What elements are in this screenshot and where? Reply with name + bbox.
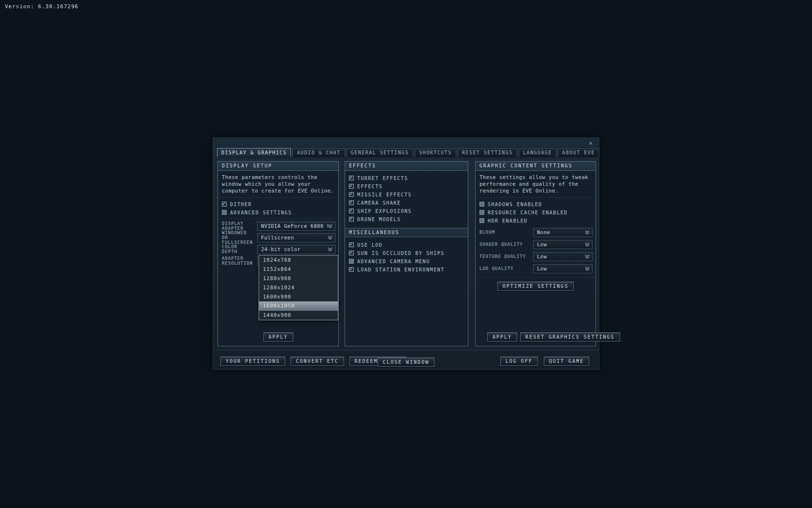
divider <box>218 219 338 219</box>
resolution-option[interactable]: 1280x1024 <box>259 283 338 292</box>
checkbox-hdr-enabled[interactable]: ✓ HDR ENABLED <box>479 217 595 224</box>
checkbox-resource-cache-enabled[interactable]: ✓ RESOURCE CACHE ENABLED <box>479 209 595 216</box>
checkbox-use-lod[interactable]: ✓ USE LOD <box>349 241 468 249</box>
shader-quality-label: SHADER QUALITY <box>479 242 533 247</box>
panel-title: EFFECTS <box>345 162 468 171</box>
graphic-content-description: These settings allow you to tweak perfor… <box>476 171 595 197</box>
checkbox-icon: ✓ <box>349 200 354 205</box>
checkbox-shadows-enabled[interactable]: ✓ SHADOWS ENABLED <box>479 200 595 208</box>
select-value: Low <box>537 266 585 271</box>
check-mark-icon: ✓ <box>349 241 352 247</box>
lod-quality-select[interactable]: Low <box>533 264 593 273</box>
checkbox-effects[interactable]: ✓ EFFECTS <box>349 182 468 190</box>
convert-etc-button[interactable]: CONVERT ETC <box>290 357 344 366</box>
checkbox-icon: ✓ <box>349 251 354 255</box>
checkbox-drone-models[interactable]: ✓ DRONE MODELS <box>349 215 468 223</box>
checkbox-label: SUN IS OCCLUDED BY SHIPS <box>357 251 445 256</box>
checkbox-label: LOAD STATION ENVIRONMENT <box>357 267 445 272</box>
windowed-fullscreen-select[interactable]: Fullscreen <box>257 233 335 242</box>
reset-graphics-settings-button[interactable]: RESET GRAPHICS SETTINGS <box>520 332 620 342</box>
resolution-option[interactable]: 1024x768 <box>259 255 338 265</box>
checkbox-label: SHADOWS ENABLED <box>488 202 542 207</box>
log-off-button[interactable]: LOG OFF <box>500 357 538 366</box>
checkbox-ship-explosions[interactable]: ✓ SHIP EXPLOSIONS <box>349 207 468 215</box>
chevron-double-down-icon <box>328 236 333 240</box>
resolution-option[interactable]: 1440x900 <box>259 311 338 320</box>
check-mark-icon: ✓ <box>349 175 352 180</box>
display-setup-description: These parameters controls the window whi… <box>218 171 338 197</box>
check-mark-icon: ✓ <box>349 191 352 196</box>
quit-game-button[interactable]: QUIT GAME <box>544 357 589 366</box>
panel-title: DISPLAY SETUP <box>218 162 338 171</box>
color-depth-label: COLOR DEPTH <box>222 244 257 254</box>
panel-title: GRAPHIC CONTENT SETTINGS <box>476 162 595 171</box>
divider <box>476 277 595 278</box>
display-adapter-label: DISPLAY ADAPTER <box>222 221 257 231</box>
check-mark-icon: ✓ <box>349 208 352 213</box>
footer: YOUR PETITIONS CONVERT ETC REDEEM ITEMS … <box>213 357 599 366</box>
settings-window: × DISPLAY & GRAPHICS AUDIO & CHAT GENERA… <box>213 137 599 370</box>
checkbox-icon: ✓ <box>479 202 484 207</box>
select-value: Low <box>537 254 585 259</box>
checkbox-advanced-camera-menu[interactable]: ✓ ADVANCED CAMERA MENU <box>349 257 468 265</box>
chevron-double-down-icon <box>328 247 333 252</box>
checkbox-advanced-settings[interactable]: ✓ ADVANCED SETTINGS <box>222 209 338 216</box>
graphics-apply-button[interactable]: APPLY <box>487 332 517 342</box>
checkbox-load-station-environment[interactable]: ✓ LOAD STATION ENVIRONMENT <box>349 266 468 273</box>
checkbox-label: USE LOD <box>357 242 383 248</box>
checkbox-icon: ✓ <box>349 184 354 189</box>
optimize-settings-button[interactable]: OPTIMIZE SETTINGS <box>497 282 574 291</box>
resolution-option[interactable]: 1280x960 <box>259 274 338 283</box>
check-mark-icon: ✓ <box>349 216 352 221</box>
bloom-label: BLOOM <box>479 230 533 235</box>
checkbox-icon: ✓ <box>479 210 484 215</box>
select-value: NVIDIA GeForce 6800 Ultra 1 <box>261 223 328 229</box>
checkbox-missile-effects[interactable]: ✓ MISSILE EFFECTS <box>349 191 468 198</box>
chevron-double-down-icon <box>328 224 333 228</box>
resolution-option[interactable]: 1152x864 <box>259 265 338 274</box>
tab-display-graphics[interactable]: DISPLAY & GRAPHICS <box>217 148 291 157</box>
footer-divider <box>213 350 599 350</box>
resolution-option[interactable]: 1600x900 <box>259 292 338 301</box>
color-depth-select[interactable]: 24-bit color <box>257 245 335 254</box>
check-mark-icon: ✓ <box>349 266 352 271</box>
tab-shortcuts[interactable]: SHORTCUTS <box>415 149 456 157</box>
your-petitions-button[interactable]: YOUR PETITIONS <box>220 357 285 366</box>
close-window-button[interactable]: CLOSE WINDOW <box>377 358 435 367</box>
lod-quality-label: LOD QUALITY <box>479 266 533 271</box>
checkbox-icon: ✓ <box>222 210 227 215</box>
checkbox-icon: ✓ <box>349 267 354 272</box>
chevron-double-down-icon <box>585 230 590 235</box>
adapter-resolution-label: ADAPTER RESOLUTION <box>222 256 257 266</box>
tab-general-settings[interactable]: GENERAL SETTINGS <box>347 149 413 157</box>
check-mark-icon: ✓ <box>349 183 352 188</box>
checkbox-label: TURRET EFFECTS <box>357 176 408 181</box>
display-adapter-select[interactable]: NVIDIA GeForce 6800 Ultra 1 <box>257 222 335 231</box>
chevron-double-down-icon <box>585 254 590 259</box>
shader-quality-select[interactable]: Low <box>533 240 593 249</box>
check-mark-icon: ✓ <box>349 250 352 255</box>
display-apply-button[interactable]: APPLY <box>263 332 293 342</box>
tab-audio-chat[interactable]: AUDIO & CHAT <box>292 149 345 157</box>
tab-about-eve[interactable]: ABOUT EVE <box>558 149 599 157</box>
close-icon[interactable]: × <box>587 140 594 147</box>
checkbox-label: MISSILE EFFECTS <box>357 192 412 197</box>
checkbox-label: SHIP EXPLOSIONS <box>357 209 412 214</box>
resolution-option[interactable]: 812x508 <box>259 301 338 311</box>
checkbox-camera-shake[interactable]: ✓ CAMERA SHAKE <box>349 199 468 207</box>
checkbox-icon: ✓ <box>222 202 227 207</box>
resolution-dropdown-list: 1024x768 1152x864 1280x960 1280x1024 160… <box>259 255 338 320</box>
checkbox-sun-occluded[interactable]: ✓ SUN IS OCCLUDED BY SHIPS <box>349 249 468 257</box>
texture-quality-select[interactable]: Low <box>533 252 593 261</box>
checkbox-dither[interactable]: ✓ DITHER <box>222 200 338 208</box>
checkbox-label: EFFECTS <box>357 184 383 189</box>
tab-language[interactable]: LANGUAGE <box>519 149 556 157</box>
checkbox-icon: ✓ <box>349 217 354 222</box>
checkbox-label: CAMERA SHAKE <box>357 200 401 206</box>
select-value: None <box>537 229 585 235</box>
bloom-select[interactable]: None <box>533 228 593 237</box>
checkbox-turret-effects[interactable]: ✓ TURRET EFFECTS <box>349 174 468 182</box>
chevron-double-down-icon <box>585 242 590 247</box>
tab-reset-settings[interactable]: RESET SETTINGS <box>458 149 517 157</box>
check-mark-icon: ✓ <box>222 201 225 206</box>
